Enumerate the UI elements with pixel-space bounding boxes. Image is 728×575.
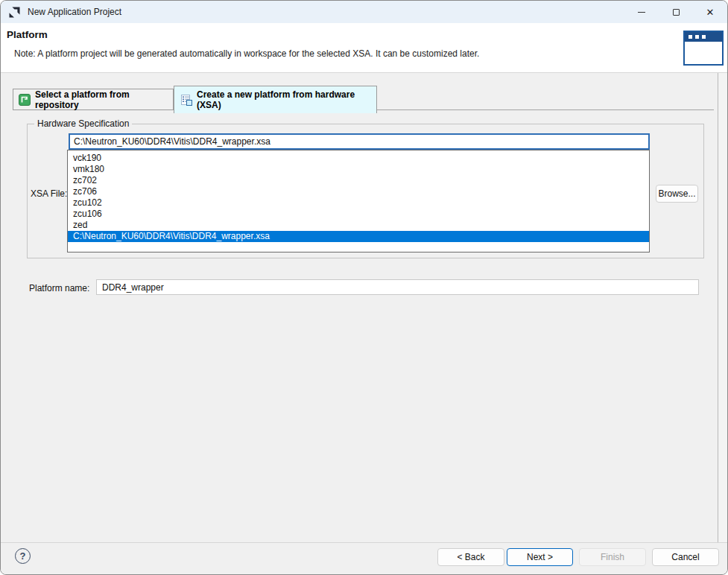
minimize-icon <box>638 12 645 13</box>
dropdown-option[interactable]: zc706 <box>68 186 649 197</box>
page-title: Platform <box>7 29 48 40</box>
window-banner-icon <box>683 31 724 66</box>
maximize-icon <box>673 9 680 16</box>
new-hardware-icon <box>180 94 192 106</box>
close-icon: ✕ <box>706 7 715 17</box>
dropdown-option[interactable]: zcu106 <box>68 209 649 220</box>
maximize-button[interactable] <box>659 1 693 23</box>
tab-create-new-platform-from-hardware[interactable]: Create a new platform from hardware (XSA… <box>174 86 377 113</box>
window-title: New Application Project <box>28 7 121 17</box>
dropdown-option[interactable]: vmk180 <box>68 164 649 175</box>
amd-logo-icon <box>8 6 21 19</box>
dropdown-option-selected[interactable]: C:\Neutron_KU60\DDR4\Vitis\DDR4_wrapper.… <box>68 231 649 242</box>
platform-name-input[interactable] <box>96 279 699 295</box>
xsa-file-label: XSA File: <box>31 188 67 199</box>
tab-select-platform-from-repository[interactable]: Select a platform from repository <box>13 89 174 110</box>
wizard-content: Select a platform from repository Create… <box>1 73 727 542</box>
repository-icon <box>19 94 31 106</box>
xsa-file-combobox-input[interactable] <box>69 133 650 150</box>
tab-label: Select a platform from repository <box>35 89 173 110</box>
dropdown-option[interactable]: zed <box>68 220 649 231</box>
vertical-scrollbar[interactable] <box>718 73 727 542</box>
back-button[interactable]: < Back <box>437 548 504 566</box>
tab-label: Create a new platform from hardware (XSA… <box>197 89 376 110</box>
group-label: Hardware Specification <box>34 118 132 129</box>
help-button[interactable]: ? <box>15 548 31 564</box>
cancel-button[interactable]: Cancel <box>652 548 719 566</box>
dropdown-option[interactable]: vck190 <box>68 153 649 164</box>
dropdown-option[interactable]: zcu102 <box>68 197 649 209</box>
button-bar: ? < Back Next > Finish Cancel <box>1 542 727 575</box>
finish-button[interactable]: Finish <box>579 548 646 566</box>
wizard-header: Platform Note: A platform project will b… <box>1 23 727 73</box>
platform-name-label: Platform name: <box>29 283 89 293</box>
close-button[interactable]: ✕ <box>693 1 727 23</box>
browse-button[interactable]: Browse... <box>656 185 698 203</box>
next-button[interactable]: Next > <box>507 548 573 566</box>
new-application-project-dialog: New Application Project ✕ Platform Note:… <box>0 0 728 575</box>
dropdown-option[interactable]: zc702 <box>68 175 649 186</box>
minimize-button[interactable] <box>624 1 659 23</box>
page-note: Note: A platform project will be generat… <box>14 48 479 59</box>
title-bar: New Application Project ✕ <box>1 1 727 23</box>
xsa-file-dropdown-list: vck190 vmk180 zc702 zc706 zcu102 zcu106 … <box>67 150 650 252</box>
